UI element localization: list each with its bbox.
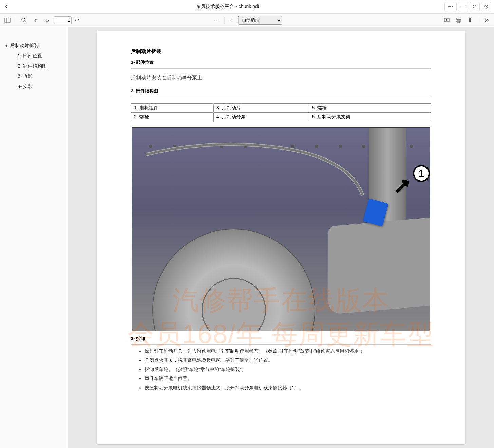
section-1-text: 后制动片安装在后制动盘分泵上。: [131, 75, 431, 81]
svg-point-4: [22, 18, 25, 21]
page-total-label: / 4: [75, 18, 80, 23]
title-bar: 东风技术服务平台 - chunk.pdf ••• —: [0, 0, 494, 14]
svg-rect-7: [457, 18, 460, 19]
outline-item-1[interactable]: 1- 部件位置: [0, 51, 68, 61]
outline-root[interactable]: ▼ 后制动片拆装: [0, 41, 68, 51]
sidebar-icon: [4, 17, 11, 23]
svg-rect-2: [5, 18, 10, 23]
hr: [131, 344, 431, 345]
table-row: 2. 螺栓 4. 后制动分泵 6. 后制动分泵支架: [131, 113, 431, 122]
sidebar-toggle-button[interactable]: [3, 16, 12, 25]
cell: 6. 后制动分泵支架: [309, 113, 431, 122]
pdf-page-1: 后制动片拆装 1- 部件位置 后制动片安装在后制动盘分泵上。 2- 部件结构图 …: [97, 31, 465, 444]
maximize-icon: [473, 5, 477, 9]
table-row: 1. 电机组件 3. 后制动片 5. 螺栓: [131, 104, 431, 113]
hr: [131, 68, 431, 69]
document-outline: ▼ 后制动片拆装 1- 部件位置 2- 部件结构图 3- 拆卸 4- 安装: [0, 41, 68, 92]
zoom-out-button[interactable]: −: [212, 16, 222, 25]
cell: 5. 螺栓: [309, 104, 431, 113]
search-button[interactable]: [19, 16, 29, 25]
zoom-in-button[interactable]: +: [227, 16, 237, 25]
parts-table: 1. 电机组件 3. 后制动片 5. 螺栓 2. 螺栓 4. 后制动分泵 6. …: [131, 103, 431, 122]
outline-item-3[interactable]: 3- 拆卸: [0, 71, 68, 81]
window-title: 东风技术服务平台 - chunk.pdf: [11, 4, 444, 10]
print-icon: [455, 17, 461, 23]
list-item: 关闭点火开关，脱开蓄电池负极电缆，举升车辆至适当位置。: [145, 357, 431, 364]
zoom-select[interactable]: 自动缩放: [238, 16, 282, 25]
svg-line-5: [25, 21, 26, 22]
target-button[interactable]: [481, 2, 491, 12]
window-controls: ••• —: [444, 2, 491, 12]
arrow-up-icon: [33, 18, 38, 23]
brake-hose: [146, 128, 383, 229]
minus-icon: −: [215, 16, 219, 24]
next-page-button[interactable]: [42, 16, 52, 25]
prev-page-button[interactable]: [31, 16, 40, 25]
bookmark-button[interactable]: [465, 16, 475, 25]
pdf-viewer[interactable]: 后制动片拆装 1- 部件位置 后制动片安装在后制动盘分泵上。 2- 部件结构图 …: [68, 27, 494, 448]
section-2-heading: 2- 部件结构图: [131, 88, 431, 94]
tools-menu-button[interactable]: [482, 16, 491, 25]
cell: 2. 螺栓: [131, 113, 214, 122]
brake-assembly-figure: 1: [132, 127, 430, 331]
presentation-icon: [444, 17, 450, 23]
outline-item-2[interactable]: 2- 部件结构图: [0, 61, 68, 71]
cell: 4. 后制动分泵: [214, 113, 309, 122]
outline-item-4[interactable]: 4- 安装: [0, 81, 68, 92]
dots-icon: •••: [448, 4, 453, 10]
cell: 3. 后制动片: [214, 104, 309, 113]
outline-sidebar: ▼ 后制动片拆装 1- 部件位置 2- 部件结构图 3- 拆卸 4- 安装: [0, 27, 68, 448]
cell: 1. 电机组件: [131, 104, 214, 113]
caliper-part: [328, 218, 430, 315]
minimize-icon: —: [461, 4, 466, 10]
svg-point-1: [486, 6, 487, 7]
pdf-toolbar: / 4 − + 自动缩放: [0, 14, 494, 27]
main-area: ▼ 后制动片拆装 1- 部件位置 2- 部件结构图 3- 拆卸 4- 安装 后制…: [0, 27, 494, 448]
separator: [16, 17, 16, 24]
doc-title: 后制动片拆装: [131, 48, 431, 55]
page-number-input[interactable]: [54, 16, 72, 24]
outline-root-label: 后制动片拆装: [10, 43, 39, 49]
list-item: 操作驻车制动开关，进入维修用电子驻车制动停用状态。（参照"驻车制动"章节中"维修…: [145, 348, 431, 355]
list-item: 拆卸后车轮。（参照"车轮"章节中的"车轮拆装"）: [145, 366, 431, 373]
triangle-down-icon: ▼: [5, 44, 8, 48]
hr: [131, 97, 431, 97]
chevron-right-double-icon: [484, 18, 489, 23]
removal-steps-list: 操作驻车制动开关，进入维修用电子驻车制动停用状态。（参照"驻车制动"章节中"维修…: [131, 348, 431, 391]
list-item: 按压制动分泵电机线束插接器锁止夹，脱开制动分泵电机线束插接器（1）。: [145, 384, 431, 391]
list-item: 举升车辆至适当位置。: [145, 375, 431, 382]
svg-rect-8: [456, 19, 461, 21]
arrow-down-icon: [45, 18, 50, 23]
chevron-left-icon: [4, 4, 9, 9]
section-3-heading: 3- 拆卸: [131, 336, 431, 342]
callout-label-1: 1: [413, 165, 430, 182]
target-icon: [484, 4, 489, 9]
print-button[interactable]: [454, 16, 463, 25]
minimize-button[interactable]: —: [458, 2, 468, 12]
more-button[interactable]: •••: [444, 2, 457, 12]
separator: [224, 17, 225, 24]
plus-icon: +: [230, 17, 234, 24]
svg-rect-9: [457, 21, 460, 23]
separator: [478, 17, 478, 24]
zoom-controls: − + 自动缩放: [212, 16, 282, 25]
bookmark-icon: [468, 18, 472, 23]
presentation-button[interactable]: [442, 16, 452, 25]
back-button[interactable]: [3, 3, 11, 11]
maximize-button[interactable]: [470, 2, 480, 12]
search-icon: [21, 18, 27, 23]
section-1-heading: 1- 部件位置: [131, 59, 431, 66]
